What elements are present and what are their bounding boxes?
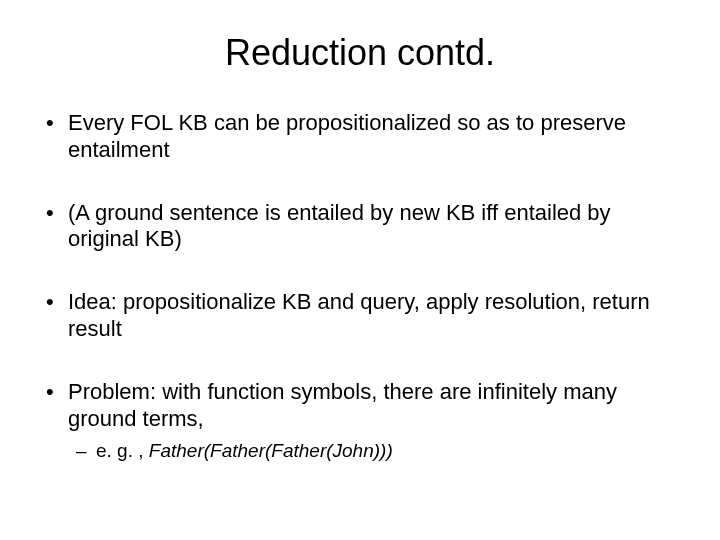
- bullet-text: Idea: propositionalize KB and query, app…: [68, 289, 650, 341]
- bullet-text: Every FOL KB can be propositionalized so…: [68, 110, 626, 162]
- sub-prefix: e. g. ,: [96, 440, 149, 461]
- bullet-item: Every FOL KB can be propositionalized so…: [40, 110, 680, 164]
- bullet-item: Idea: propositionalize KB and query, app…: [40, 289, 680, 343]
- bullet-text: Problem: with function symbols, there ar…: [68, 379, 617, 431]
- slide-title: Reduction contd.: [40, 32, 680, 74]
- bullet-text: (A ground sentence is entailed by new KB…: [68, 200, 611, 252]
- sub-item: e. g. , Father(Father(Father(John))): [68, 439, 680, 463]
- slide: Reduction contd. Every FOL KB can be pro…: [0, 0, 720, 540]
- sub-list: e. g. , Father(Father(Father(John))): [68, 439, 680, 463]
- sub-italic: Father(Father(Father(John))): [149, 440, 393, 461]
- bullet-list: Every FOL KB can be propositionalized so…: [40, 110, 680, 462]
- bullet-item: (A ground sentence is entailed by new KB…: [40, 200, 680, 254]
- bullet-item: Problem: with function symbols, there ar…: [40, 379, 680, 462]
